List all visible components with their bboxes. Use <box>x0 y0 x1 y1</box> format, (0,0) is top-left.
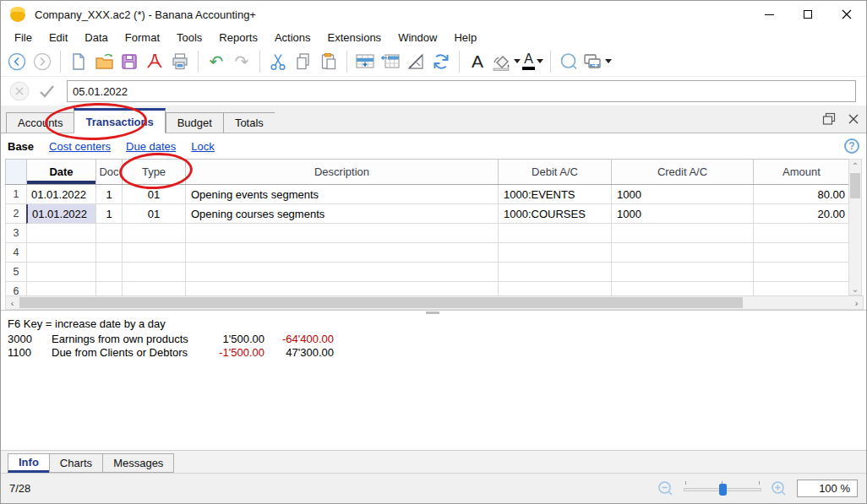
tab-messages[interactable]: Messages <box>102 453 174 473</box>
cell-description[interactable] <box>185 282 498 295</box>
cell-date[interactable]: 01.01.2022 <box>26 185 95 204</box>
cell-credit[interactable]: 1000 <box>611 204 753 224</box>
menu-help[interactable]: Help <box>445 30 485 46</box>
cell-debit[interactable] <box>498 263 611 282</box>
menu-window[interactable]: Window <box>390 30 445 46</box>
cell-doc[interactable] <box>95 243 122 263</box>
cell-type[interactable] <box>122 263 185 282</box>
cell-date[interactable] <box>26 243 95 263</box>
cell-type[interactable] <box>122 282 185 295</box>
search-button[interactable] <box>556 49 581 74</box>
open-file-button[interactable] <box>91 49 117 74</box>
cell-date[interactable] <box>26 224 95 243</box>
view-cost-centers[interactable]: Cost centers <box>49 140 111 153</box>
scroll-down-icon[interactable]: ⌄ <box>852 283 859 295</box>
tab-totals[interactable]: Totals <box>223 112 275 133</box>
cell-type[interactable] <box>122 243 185 263</box>
help-icon[interactable]: ? <box>844 138 859 154</box>
cell-debit[interactable] <box>498 224 611 243</box>
zoom-level-field[interactable]: 100 % <box>797 480 858 497</box>
table-row[interactable]: 1 01.01.2022 1 01 Opening events segment… <box>5 185 850 204</box>
menu-edit[interactable]: Edit <box>41 30 76 46</box>
header-type[interactable]: Type <box>122 160 185 184</box>
cell-amount[interactable] <box>753 263 850 282</box>
cell-description[interactable]: Opening courses segments <box>185 204 498 224</box>
save-button[interactable] <box>117 49 142 74</box>
table-row[interactable]: 5 <box>5 263 850 282</box>
cell-debit[interactable]: 1000:EVENTS <box>498 185 611 204</box>
scroll-up-icon[interactable]: ⌃ <box>852 160 859 171</box>
cell-date[interactable] <box>26 282 95 295</box>
back-button[interactable] <box>4 49 30 74</box>
cell-doc[interactable] <box>95 263 122 282</box>
maximize-button[interactable] <box>788 1 827 28</box>
cell-doc[interactable]: 1 <box>95 204 122 224</box>
close-pane-icon[interactable] <box>848 113 859 125</box>
view-base[interactable]: Base <box>8 140 34 153</box>
font-color-button[interactable]: A <box>522 49 545 74</box>
cell-description[interactable] <box>185 224 498 243</box>
cell-credit[interactable] <box>611 282 753 295</box>
menu-tools[interactable]: Tools <box>168 30 210 46</box>
cell-credit[interactable] <box>611 243 753 263</box>
table-row[interactable]: 6 <box>5 282 850 295</box>
fill-color-button[interactable] <box>490 49 522 74</box>
forward-button[interactable] <box>30 49 55 74</box>
zoom-slider-thumb[interactable] <box>719 484 727 496</box>
menu-file[interactable]: File <box>6 30 41 46</box>
menu-actions[interactable]: Actions <box>266 30 319 46</box>
cell-credit[interactable]: 1000 <box>611 185 753 204</box>
cell-amount[interactable] <box>753 282 850 295</box>
tab-accounts[interactable]: Accounts <box>6 112 74 133</box>
cell-doc[interactable]: 1 <box>95 185 122 204</box>
header-description[interactable]: Description <box>185 160 498 184</box>
new-file-button[interactable] <box>66 49 91 74</box>
header-date[interactable]: Date <box>26 160 95 184</box>
cell-amount[interactable]: 80.00 <box>753 185 850 204</box>
undo-button[interactable]: ↶ <box>204 49 229 74</box>
tab-info[interactable]: Info <box>8 453 49 473</box>
zoom-slider[interactable] <box>684 481 761 496</box>
tab-budget[interactable]: Budget <box>166 112 223 133</box>
cell-amount[interactable]: 20.00 <box>753 204 850 224</box>
cell-edit-input[interactable] <box>67 80 856 102</box>
menu-format[interactable]: Format <box>117 30 168 46</box>
cell-type[interactable]: 01 <box>122 204 185 224</box>
cell-type[interactable]: 01 <box>122 185 185 204</box>
paste-button[interactable] <box>316 49 341 74</box>
table-row[interactable]: 4 <box>5 243 850 263</box>
cell-doc[interactable] <box>95 282 122 295</box>
view-lock[interactable]: Lock <box>191 140 214 153</box>
horizontal-scrollbar[interactable]: ‹ › <box>5 295 864 310</box>
header-doc[interactable]: Doc <box>95 160 122 184</box>
cell-date[interactable] <box>26 263 95 282</box>
close-button[interactable] <box>827 1 866 28</box>
cell-credit[interactable] <box>611 263 753 282</box>
cell-debit[interactable] <box>498 243 611 263</box>
minimize-button[interactable] <box>750 1 788 28</box>
cell-debit[interactable]: 1000:COURSES <box>498 204 611 224</box>
zoom-in-icon[interactable] <box>770 480 788 498</box>
panels-button[interactable] <box>581 49 613 74</box>
print-button[interactable] <box>167 49 193 74</box>
tab-charts[interactable]: Charts <box>49 453 102 473</box>
font-button[interactable]: A <box>465 49 490 74</box>
cell-doc[interactable] <box>95 224 122 243</box>
cell-amount[interactable] <box>753 243 850 263</box>
cancel-edit-button[interactable] <box>6 79 33 103</box>
cell-amount[interactable] <box>753 224 850 243</box>
cell-description[interactable] <box>185 243 498 263</box>
insert-rows-button[interactable] <box>352 49 378 74</box>
vertical-scrollbar[interactable]: ⌃ ⌄ <box>848 159 862 295</box>
menu-extensions[interactable]: Extensions <box>319 30 390 46</box>
cell-credit[interactable] <box>611 224 753 243</box>
redo-button[interactable]: ↷ <box>229 49 254 74</box>
copy-button[interactable] <box>291 49 316 74</box>
cell-description[interactable] <box>185 263 498 282</box>
header-credit[interactable]: Credit A/C <box>611 160 753 184</box>
table-row[interactable]: 3 <box>5 224 850 243</box>
menu-reports[interactable]: Reports <box>210 30 266 46</box>
vertical-scroll-thumb[interactable] <box>850 173 860 198</box>
fill-color-dropdown-icon[interactable] <box>514 59 521 63</box>
zoom-out-icon[interactable] <box>657 480 675 498</box>
